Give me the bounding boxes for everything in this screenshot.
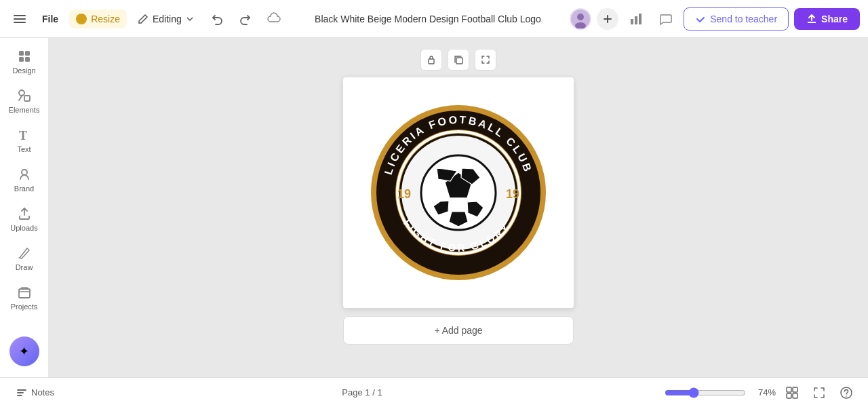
sidebar-item-draw-label: Draw (16, 263, 33, 271)
chevron-down-icon (186, 15, 194, 23)
zoom-slider[interactable] (665, 387, 746, 398)
toolbar: File Resize Editing Black White Beige Mo… (0, 0, 868, 38)
svg-rect-11 (19, 57, 24, 62)
sidebar-item-draw[interactable]: Draw (3, 240, 46, 277)
resize-icon (76, 14, 87, 24)
svg-text:19: 19 (397, 187, 411, 201)
svg-rect-6 (631, 19, 633, 24)
magic-button[interactable]: ✦ (9, 336, 39, 366)
bottom-bar: Notes Page 1 / 1 74% (0, 377, 868, 407)
analytics-button[interactable] (624, 7, 648, 31)
svg-rect-10 (25, 51, 30, 56)
redo-button[interactable] (233, 7, 258, 31)
svg-rect-36 (787, 387, 791, 392)
sidebar-item-text[interactable]: T Text (3, 122, 46, 159)
draw-icon (17, 246, 32, 260)
sidebar: Design Elements T Text Brand (0, 38, 49, 377)
undo-icon (211, 13, 223, 25)
comment-icon (659, 12, 673, 26)
toolbar-right: Send to teacher Share (570, 7, 860, 31)
hamburger-icon (14, 13, 26, 25)
svg-rect-8 (639, 14, 642, 24)
share-button[interactable]: Share (794, 8, 860, 30)
zoom-value: 74% (751, 387, 776, 398)
svg-rect-9 (19, 51, 24, 56)
fullscreen-button[interactable] (808, 382, 830, 404)
sidebar-item-uploads[interactable]: Uploads (3, 201, 46, 237)
main-body: Design Elements T Text Brand (0, 38, 868, 377)
sidebar-item-brand[interactable]: Brand (3, 161, 46, 198)
editing-button[interactable]: Editing (131, 9, 201, 28)
avatar (570, 8, 591, 30)
svg-rect-19 (456, 58, 462, 64)
design-icon (17, 49, 32, 64)
svg-rect-7 (635, 16, 637, 24)
uploads-icon (17, 206, 32, 221)
undo-button[interactable] (205, 7, 229, 31)
check-icon (695, 14, 706, 24)
elements-icon (17, 88, 32, 103)
svg-rect-37 (793, 387, 797, 392)
avatar-icon (571, 9, 590, 28)
notes-button[interactable]: Notes (11, 385, 60, 401)
sidebar-item-brand-label: Brand (14, 185, 34, 193)
file-label: File (42, 14, 58, 24)
svg-point-4 (577, 14, 584, 20)
sidebar-item-text-label: Text (17, 145, 31, 153)
help-button[interactable] (835, 382, 857, 404)
sidebar-item-elements[interactable]: Elements (3, 83, 46, 119)
sidebar-item-projects[interactable]: Projects (3, 279, 46, 316)
add-page-button[interactable]: + Add page (343, 316, 574, 345)
zoom-area: 74% (665, 387, 776, 398)
magic-icon: ✦ (19, 344, 29, 359)
edit-icon (138, 14, 149, 24)
share-icon (806, 14, 817, 24)
add-page-label: + Add page (434, 325, 482, 336)
notes-label: Notes (31, 387, 54, 398)
duplicate-button[interactable] (448, 49, 469, 71)
sidebar-item-design[interactable]: Design (3, 43, 46, 80)
text-icon: T (17, 128, 32, 142)
svg-point-41 (846, 395, 847, 397)
svg-rect-38 (787, 393, 791, 398)
fullscreen-icon (813, 387, 825, 399)
svg-rect-0 (14, 15, 26, 16)
add-collaborator-button[interactable] (597, 8, 618, 30)
grid-icon (786, 387, 798, 399)
svg-rect-17 (19, 289, 30, 298)
hamburger-menu-button[interactable] (8, 7, 31, 31)
plus-icon (602, 14, 613, 24)
football-club-logo: LICERIA FOOTBALL CLUB FIGHT FOR GLORY 19… (370, 104, 547, 281)
page-indicator: Page 1 / 1 (65, 387, 659, 398)
comments-button[interactable] (654, 7, 678, 31)
file-button[interactable]: File (35, 9, 65, 28)
canvas-page: LICERIA FOOTBALL CLUB FIGHT FOR GLORY 19… (343, 77, 574, 308)
chart-icon (629, 12, 643, 26)
lock-button[interactable] (420, 49, 442, 71)
help-icon (840, 387, 852, 399)
lock-icon (427, 55, 436, 64)
projects-icon (17, 285, 32, 300)
expand-button[interactable] (475, 49, 496, 71)
sidebar-item-projects-label: Projects (11, 303, 38, 311)
canvas-area: LICERIA FOOTBALL CLUB FIGHT FOR GLORY 19… (49, 38, 868, 377)
send-to-teacher-button[interactable]: Send to teacher (684, 7, 789, 31)
resize-button[interactable]: Resize (69, 9, 127, 28)
svg-text:19: 19 (506, 187, 519, 201)
svg-point-13 (19, 90, 24, 96)
sidebar-item-design-label: Design (12, 66, 35, 75)
cloud-save-button[interactable] (262, 7, 286, 31)
canvas-toolbar (420, 49, 496, 71)
send-teacher-label: Send to teacher (710, 14, 777, 24)
svg-rect-12 (25, 57, 30, 62)
svg-rect-2 (14, 22, 26, 23)
svg-rect-14 (24, 96, 30, 101)
svg-rect-1 (14, 18, 26, 20)
share-label: Share (821, 14, 848, 24)
sidebar-item-uploads-label: Uploads (10, 224, 37, 232)
expand-icon (481, 55, 490, 64)
grid-view-button[interactable] (781, 382, 803, 404)
svg-text:T: T (19, 129, 27, 142)
resize-label: Resize (91, 14, 120, 24)
redo-icon (239, 13, 252, 25)
